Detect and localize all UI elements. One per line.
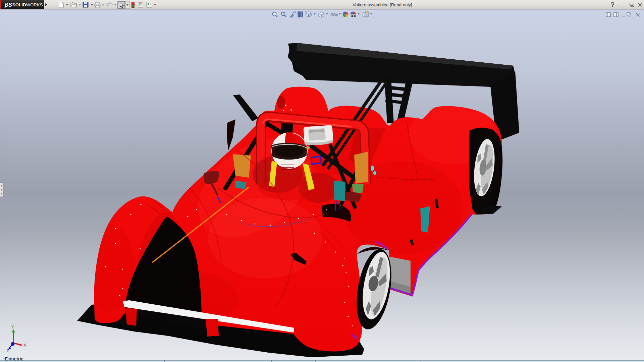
svg-text:SOLIDWORKS: SOLIDWORKS (12, 2, 43, 7)
svg-text:Voiture assomblee [Read-only]: Voiture assomblee [Read-only] (353, 2, 412, 7)
svg-text:βS: βS (4, 2, 12, 8)
svg-text:Z: Z (7, 349, 9, 353)
svg-text:Y: Y (11, 325, 14, 329)
svg-text:6: 6 (330, 12, 333, 17)
svg-text:X: X (23, 343, 26, 348)
